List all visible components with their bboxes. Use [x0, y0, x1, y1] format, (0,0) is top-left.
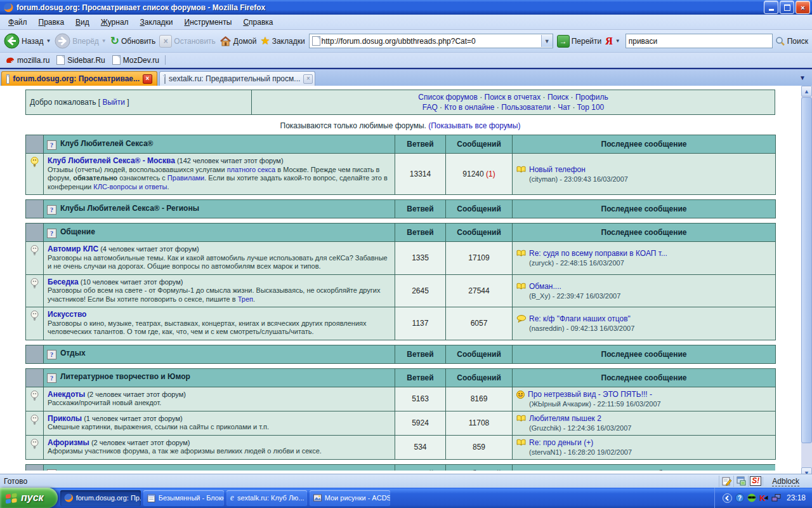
category-title[interactable]: ?Общение [44, 224, 395, 242]
taskbar-task[interactable]: Мои рисунки - ACDS... [310, 490, 390, 506]
help-icon[interactable]: ? [47, 350, 56, 359]
help-icon[interactable]: ? [47, 229, 56, 238]
taskbar-task[interactable]: Безымянный - Блокнот [143, 490, 224, 506]
go-button[interactable]: → Перейти [557, 35, 602, 48]
home-button[interactable]: Домой [219, 36, 257, 46]
tray-collapse-icon[interactable] [723, 493, 732, 503]
forum-nav-link[interactable]: Поиск в отчетах [485, 93, 541, 102]
bookmark-item[interactable]: mozilla.ru [3, 55, 54, 66]
back-dropdown-icon[interactable]: ▼ [46, 38, 51, 44]
bookmarks-button[interactable]: ★ Закладки [260, 36, 304, 46]
adblock-status[interactable]: Adblock [763, 477, 808, 486]
vertical-scrollbar[interactable]: ▲ ▼ [801, 86, 812, 478]
url-dropdown-icon[interactable]: ▼ [541, 35, 553, 47]
bookmark-label: mozilla.ru [17, 56, 49, 65]
bookmark-item[interactable]: Sidebar.Ru [54, 54, 109, 66]
restore-button[interactable] [780, 1, 794, 14]
reload-button[interactable]: ↻ Обновить [110, 36, 156, 46]
menu-item[interactable]: Закладки [134, 16, 179, 29]
last-message-link[interactable]: Новый телефон [529, 165, 586, 174]
description-link[interactable]: КЛС-вопросы и ответы [93, 183, 167, 190]
description-link[interactable]: Треп [238, 295, 253, 303]
last-message-link[interactable]: Обман.... [529, 282, 561, 291]
forum-link[interactable]: Автомир КЛС [48, 244, 98, 253]
category-title[interactable]: ?Отдых [44, 345, 395, 363]
last-message-link[interactable]: Любителям пышек 2 [529, 414, 601, 423]
bookmark-item[interactable]: MozDev.ru [110, 54, 164, 66]
search-engine-dropdown-icon[interactable]: ▼ [615, 38, 620, 44]
menu-item[interactable]: Правка [33, 16, 70, 29]
category-title[interactable]: ? [44, 464, 395, 471]
tab-close-icon[interactable]: × [143, 74, 152, 84]
tab[interactable]: forum.dosug.org: Просматривае...× [1, 71, 157, 86]
forum-link[interactable]: Клуб Любителей Секса® - Москва [48, 156, 175, 165]
url-bar[interactable]: ▼ [309, 34, 553, 48]
forum-nav-link[interactable]: Пользователи [501, 103, 551, 112]
category-header-row: ?Клуб Любителей Секса®ВетвейСообщенийПос… [26, 135, 776, 154]
close-button[interactable]: × [796, 1, 810, 14]
category-title[interactable]: ?Литературное творчество и Юмор [44, 368, 395, 387]
taskbar-task[interactable]: esextalk.ru: Клуб Лю... [226, 490, 307, 506]
help-icon[interactable]: ? [47, 205, 56, 215]
menu-item[interactable]: Вид [70, 16, 95, 29]
search-box[interactable] [625, 34, 773, 48]
back-button[interactable]: Назад ▼ [4, 33, 51, 49]
description-link[interactable]: Правилами [167, 174, 204, 182]
help-icon[interactable]: ? [47, 140, 56, 150]
search-engine-button[interactable]: Я ▼ [605, 36, 620, 46]
forum-nav-link[interactable]: Список форумов [418, 93, 478, 102]
minimize-button[interactable] [764, 1, 778, 14]
taskbar-task[interactable]: forum.dosug.org: Пр... [60, 490, 141, 506]
forum-nav-link[interactable]: FAQ [422, 103, 438, 112]
category-title[interactable]: ?Клуб Любителей Секса® [44, 135, 395, 154]
menu-item[interactable]: Инструменты [179, 16, 238, 29]
tab[interactable]: sextalk.ru: Предварительный просм...× [159, 71, 315, 86]
forum-link[interactable]: Беседка [48, 277, 79, 286]
scrollbar-thumb[interactable] [801, 97, 812, 443]
tab-list-dropdown-icon[interactable]: ▼ [797, 74, 808, 81]
screengrab-icon[interactable]: S! [748, 476, 763, 487]
menu-item[interactable]: Журнал [95, 16, 134, 29]
forum-nav-link[interactable]: Top 100 [577, 103, 605, 112]
search-label: Поиск [787, 37, 808, 46]
tray-agent-icon[interactable] [747, 493, 756, 502]
search-button[interactable]: Поиск [775, 36, 808, 46]
forum-link[interactable]: Афоризмы [48, 438, 89, 447]
forum-link[interactable]: Приколы [48, 414, 82, 423]
tray-help-icon[interactable]: ? [735, 493, 744, 502]
forum-nav-link[interactable]: Поиск [547, 93, 568, 102]
help-icon[interactable]: ? [47, 373, 56, 383]
posts-count: 17109 [446, 242, 513, 275]
menu-item[interactable]: Файл [3, 16, 33, 29]
compose-note-icon[interactable] [719, 476, 733, 487]
last-message-link[interactable]: Re: к/ф "Флаги наших отцов" [529, 314, 631, 323]
start-button[interactable]: пуск [0, 488, 58, 508]
last-message-link[interactable]: Re: судя по всему поправки в КОАП т... [529, 249, 667, 258]
show-all-forums-link[interactable]: (Показывать все форумы) [428, 121, 520, 130]
scrapbook-icon[interactable] [733, 476, 748, 487]
description-link[interactable]: платного секса [227, 166, 276, 173]
task-label: Мои рисунки - ACDS... [325, 494, 390, 502]
logout-link[interactable]: Выйти [102, 98, 125, 107]
menu-item[interactable]: Справка [237, 16, 278, 29]
forum-tables: ?Клуб Любителей Секса®ВетвейСообщенийПос… [25, 135, 775, 471]
tray-network-icon[interactable] [771, 494, 781, 502]
forum-nav-link[interactable]: Профиль [575, 93, 608, 102]
header-corner-cell [26, 368, 44, 387]
forward-button[interactable]: Вперёд ▼ [55, 33, 106, 49]
tab-close-icon[interactable]: × [303, 74, 313, 84]
help-icon[interactable]: ? [47, 469, 56, 471]
forum-nav-link[interactable]: Кто в онлайне [444, 103, 494, 112]
last-message-link[interactable]: Про нетрезвый вид - ЭТО ПЯТЬ!!! - [528, 390, 652, 399]
forum-link[interactable]: Искусство [48, 310, 86, 319]
category-title[interactable]: ?Клубы Любителей Секса® - Регионы [44, 200, 395, 218]
forum-link[interactable]: Анекдоты [48, 390, 85, 399]
last-message: Re: про деньги (+) [516, 438, 771, 447]
search-input[interactable] [626, 37, 772, 46]
url-input[interactable] [320, 37, 541, 46]
tray-kaspersky-icon[interactable]: K [759, 493, 768, 502]
last-message-link[interactable]: Re: про деньги (+) [529, 438, 593, 447]
threads-count: 13314 [395, 154, 446, 195]
scroll-up-icon[interactable]: ▲ [801, 86, 812, 97]
forum-nav-link[interactable]: Чат [558, 103, 570, 112]
